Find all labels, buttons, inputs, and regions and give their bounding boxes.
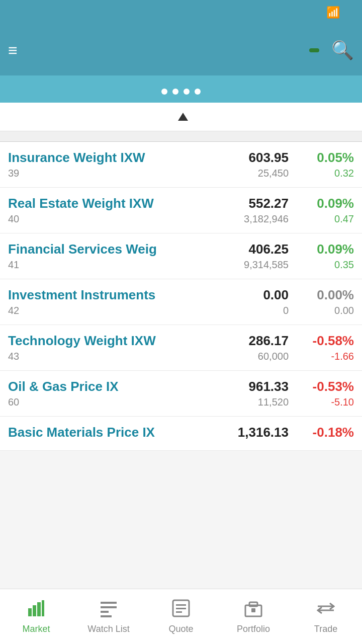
index-volume: 0 (188, 305, 289, 316)
svg-rect-9 (176, 604, 186, 606)
svg-rect-10 (176, 608, 186, 609)
index-chg: 0.32 (289, 168, 354, 179)
table-row[interactable]: Basic Materials Price IX 1,316.13 -0.18% (0, 417, 362, 451)
index-volume: 25,450 (188, 168, 289, 179)
index-id: 41 (8, 259, 188, 271)
quote-label: Quote (168, 624, 193, 634)
bottom-nav: Market Watch List Quote Portfolio Trade (0, 589, 362, 644)
index-id: 60 (8, 396, 188, 408)
index-value: 603.95 (188, 150, 289, 166)
index-id: 40 (8, 213, 188, 225)
nav-item-market[interactable]: Market (0, 599, 72, 634)
svg-rect-13 (249, 602, 257, 606)
index-volume: 60,000 (188, 351, 289, 362)
watch-list-icon (100, 599, 118, 622)
dot-4[interactable] (195, 89, 201, 95)
index-value: 286.17 (188, 333, 289, 349)
index-name: Investment Instruments (8, 287, 188, 303)
index-volume: 9,314,585 (188, 259, 289, 271)
dot-1[interactable] (161, 89, 167, 95)
svg-rect-5 (101, 606, 117, 608)
table-header (0, 131, 362, 142)
trade-icon (317, 599, 335, 622)
index-value: 406.25 (188, 242, 289, 257)
index-volume: 11,520 (188, 396, 289, 408)
index-name: Technology Weight IXW (8, 333, 188, 349)
index-pct: -0.58% (289, 333, 354, 349)
news-ticker (0, 75, 362, 103)
nav-item-trade[interactable]: Trade (290, 599, 362, 634)
signal-icon: 📶 (326, 6, 340, 19)
index-value: 0.00 (188, 287, 289, 303)
index-id: 43 (8, 351, 188, 362)
svg-rect-4 (101, 602, 117, 604)
market-label: Market (22, 624, 50, 634)
index-pct: 0.09% (289, 242, 354, 257)
index-chg: 0.35 (289, 259, 354, 271)
indices-table: Insurance Weight IXW 603.95 0.05% 39 25,… (0, 142, 362, 451)
table-row[interactable]: Technology Weight IXW 286.17 -0.58% 43 6… (0, 325, 362, 371)
index-value: 1,316.13 (188, 425, 289, 440)
gain-box (309, 48, 319, 52)
svg-rect-14 (251, 608, 255, 612)
portfolio-label: Portfolio (237, 624, 270, 634)
svg-rect-2 (37, 602, 41, 616)
index-value: 552.27 (188, 196, 289, 211)
index-pct: 0.09% (289, 196, 354, 211)
index-chg: -5.10 (289, 396, 354, 408)
market-status-row (0, 103, 362, 131)
search-icon[interactable]: 🔍 (331, 40, 354, 61)
market-exchange (174, 113, 188, 121)
table-row[interactable]: Real Estate Weight IXW 552.27 0.09% 40 3… (0, 188, 362, 233)
index-pct: -0.53% (289, 379, 354, 394)
index-chg: 0.47 (289, 213, 354, 225)
svg-rect-1 (33, 605, 36, 616)
portfolio-icon (244, 599, 262, 622)
index-name: Financial Services Weig (8, 242, 188, 257)
index-volume: 3,182,946 (188, 213, 289, 225)
market-icon (27, 599, 45, 622)
index-pct: -0.18% (289, 425, 354, 440)
table-row[interactable]: Financial Services Weig 406.25 0.09% 41 … (0, 233, 362, 279)
dot-2[interactable] (172, 89, 178, 95)
index-name: Insurance Weight IXW (8, 150, 188, 166)
dot-3[interactable] (184, 89, 190, 95)
svg-rect-3 (42, 600, 44, 616)
trade-label: Trade (314, 624, 337, 634)
svg-rect-11 (176, 611, 182, 613)
ticker-dots (161, 89, 201, 95)
index-chg: 0.00 (289, 305, 354, 316)
menu-icon[interactable]: ≡ (8, 42, 18, 58)
index-name: Real Estate Weight IXW (8, 196, 188, 211)
index-chg: -1.66 (289, 351, 354, 362)
svg-rect-0 (28, 608, 32, 616)
gain-value-box (309, 48, 319, 52)
index-id: 42 (8, 305, 188, 316)
index-pct: 0.05% (289, 150, 354, 166)
quote-icon (172, 599, 190, 622)
table-row[interactable]: Investment Instruments 0.00 0.00% 42 0 0… (0, 279, 362, 325)
index-id: 39 (8, 168, 188, 179)
index-name: Oil & Gas Price IX (8, 379, 188, 394)
app-header: ≡ 🔍 (0, 25, 362, 75)
table-row[interactable]: Oil & Gas Price IX 961.33 -0.53% 60 11,5… (0, 371, 362, 417)
status-bar: 📶 (0, 0, 362, 25)
watch-list-label: Watch List (87, 624, 129, 634)
nav-item-watch-list[interactable]: Watch List (72, 599, 145, 634)
index-name: Basic Materials Price IX (8, 425, 188, 440)
table-row[interactable]: Insurance Weight IXW 603.95 0.05% 39 25,… (0, 142, 362, 188)
index-pct: 0.00% (289, 287, 354, 303)
svg-rect-6 (101, 611, 109, 613)
nav-item-portfolio[interactable]: Portfolio (217, 599, 290, 634)
nav-item-quote[interactable]: Quote (145, 599, 217, 634)
sort-up-icon (178, 113, 188, 121)
index-value: 961.33 (188, 379, 289, 394)
svg-rect-7 (101, 615, 112, 617)
